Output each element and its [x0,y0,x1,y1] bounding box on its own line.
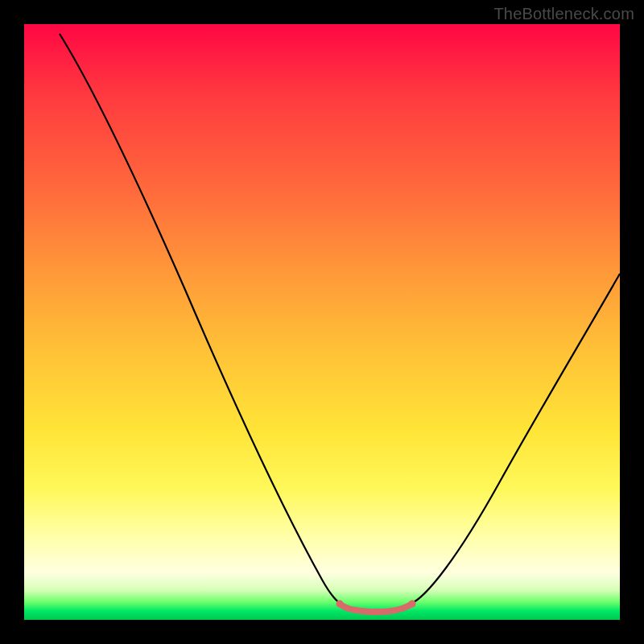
curve-right-branch [411,274,620,604]
chart-curves [24,24,620,620]
curve-left-branch [60,34,342,604]
flat-end-left-dot [336,601,344,608]
curve-bottom-flat [340,604,412,612]
watermark-text: TheBottleneck.com [493,5,634,23]
flat-end-right-dot [409,601,416,608]
chart-frame: TheBottleneck.com [0,0,644,644]
